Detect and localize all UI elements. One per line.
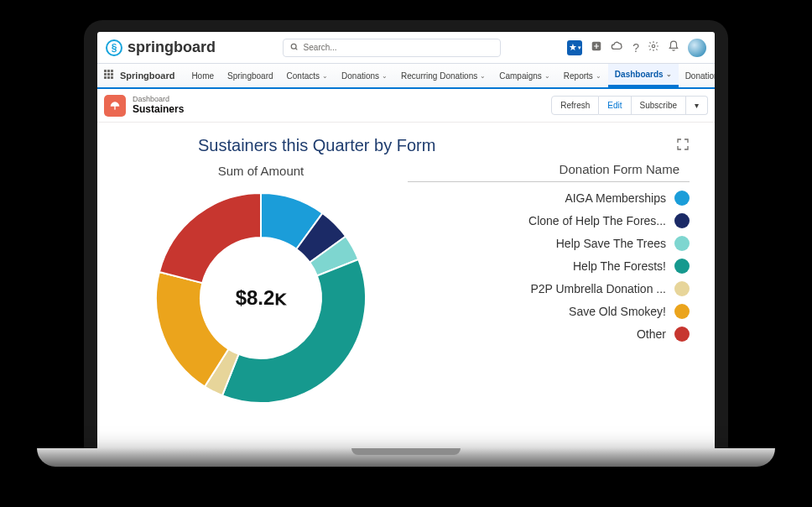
nav-item-contacts[interactable]: Contacts⌄	[280, 64, 335, 87]
chevron-down-icon: ⌄	[666, 71, 672, 78]
legend-swatch	[674, 191, 690, 206]
nav-item-label: Donations	[341, 71, 379, 81]
favorites-button[interactable]: ★▾	[567, 40, 582, 55]
legend-label: Help The Forests!	[573, 259, 666, 273]
nav-item-label: Recurring Donations	[401, 71, 477, 81]
legend-label: Clone of Help The Fores...	[528, 214, 666, 227]
nav-item-label: Reports	[564, 71, 593, 81]
legend-label: Other	[637, 327, 666, 341]
chevron-down-icon: ⌄	[544, 72, 550, 80]
svg-line-1	[295, 48, 297, 50]
app-launcher-icon[interactable]	[104, 70, 113, 81]
global-search[interactable]: Search...	[283, 39, 501, 57]
user-avatar[interactable]	[688, 39, 706, 57]
legend-swatch	[674, 259, 690, 274]
expand-icon[interactable]	[676, 138, 690, 154]
brand-logo[interactable]: § springboard	[106, 39, 216, 56]
page-title: Sustainers	[133, 104, 184, 115]
legend-item[interactable]: P2P Umbrella Donation ...	[408, 281, 690, 296]
setup-gear-icon[interactable]	[648, 40, 659, 55]
nav-item-label: Campaigns	[499, 71, 542, 81]
chevron-down-icon: ⌄	[480, 72, 486, 80]
chart-title: Sustainers this Quarter by Form	[198, 136, 435, 155]
nav-item-campaigns[interactable]: Campaigns⌄	[492, 64, 557, 87]
search-icon	[290, 43, 299, 53]
chart-legend: AIGA MembershipsClone of Help The Fores.…	[408, 191, 690, 342]
svg-rect-4	[114, 106, 115, 110]
chevron-down-icon: ⌄	[382, 72, 388, 80]
dashboard-object-icon	[104, 95, 126, 117]
donut-chart[interactable]: $8.2ᴋ	[148, 185, 374, 411]
search-placeholder: Search...	[304, 43, 337, 52]
page-header: Dashboard Sustainers Refresh Edit Subscr…	[97, 89, 715, 123]
nav-item-recurring-donations[interactable]: Recurring Donations⌄	[394, 64, 492, 87]
legend-title: Donation Form Name	[408, 162, 690, 182]
chart-subtitle: Sum of Amount	[218, 164, 304, 178]
nav-item-donation-upsells[interactable]: Donation Upsells⌄	[679, 64, 715, 87]
legend-swatch	[674, 304, 690, 319]
nav-item-donations[interactable]: Donations⌄	[335, 64, 394, 87]
edit-button[interactable]: Edit	[599, 96, 631, 115]
donut-slice[interactable]	[159, 193, 261, 283]
chevron-down-icon: ⌄	[322, 72, 328, 80]
nav-item-label: Contacts	[287, 71, 320, 81]
nav-item-reports[interactable]: Reports⌄	[557, 64, 608, 87]
legend-label: Help Save The Trees	[556, 237, 666, 250]
global-header: § springboard Search... ★▾	[97, 32, 715, 64]
donut-slice[interactable]	[222, 259, 366, 403]
legend-item[interactable]: Help The Forests!	[408, 259, 690, 274]
legend-swatch	[674, 281, 690, 296]
nav-item-home[interactable]: Home	[185, 64, 221, 87]
legend-item[interactable]: AIGA Memberships	[408, 191, 690, 206]
app-nav-bar: Springboard HomeSpringboardContacts⌄Dona…	[97, 64, 715, 89]
add-icon[interactable]	[591, 40, 602, 55]
help-icon[interactable]: ?	[632, 41, 639, 55]
legend-item[interactable]: Clone of Help The Fores...	[408, 213, 690, 228]
nav-item-dashboards[interactable]: Dashboards⌄	[608, 64, 679, 87]
more-actions-button[interactable]: ▾	[686, 96, 708, 115]
svg-point-3	[652, 44, 655, 48]
legend-label: Save Old Smokey!	[569, 305, 666, 318]
svg-point-0	[291, 44, 296, 49]
chevron-down-icon: ⌄	[596, 72, 601, 80]
refresh-button[interactable]: Refresh	[551, 96, 599, 115]
nav-item-label: Home	[191, 71, 214, 81]
legend-item[interactable]: Save Old Smokey!	[408, 304, 690, 319]
brand-icon: §	[106, 39, 122, 56]
nav-item-label: Dashboards	[615, 70, 664, 79]
legend-swatch	[674, 213, 690, 228]
legend-item[interactable]: Help Save The Trees	[408, 236, 690, 251]
notifications-bell-icon[interactable]	[668, 40, 679, 55]
legend-label: AIGA Memberships	[565, 191, 666, 205]
app-name: Springboard	[120, 71, 174, 81]
subscribe-button[interactable]: Subscribe	[632, 96, 686, 115]
dashboard-content: Sustainers this Quarter by Form Sum of A…	[97, 123, 715, 448]
legend-item[interactable]: Other	[408, 327, 690, 342]
nav-item-label: Springboard	[227, 71, 273, 81]
legend-swatch	[674, 327, 690, 342]
brand-name: springboard	[128, 39, 216, 56]
page-actions: Refresh Edit Subscribe ▾	[551, 96, 708, 115]
salesforce-cloud-icon[interactable]	[611, 40, 624, 55]
legend-swatch	[674, 236, 690, 251]
nav-item-springboard[interactable]: Springboard	[221, 64, 279, 87]
nav-item-label: Donation Upsells	[685, 71, 715, 81]
legend-label: P2P Umbrella Donation ...	[530, 282, 666, 295]
chart-center-total: $8.2ᴋ	[236, 286, 287, 310]
laptop-base	[37, 448, 775, 467]
